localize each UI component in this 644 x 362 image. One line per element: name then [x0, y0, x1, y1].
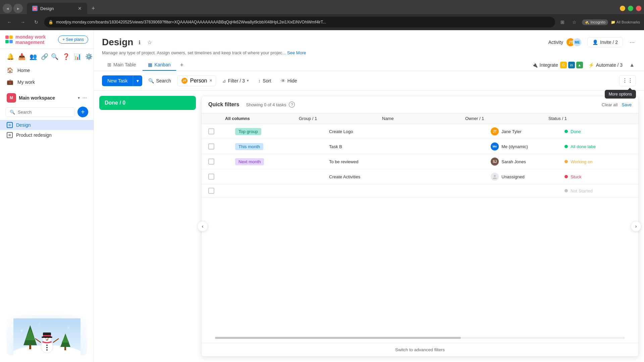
save-filter-button[interactable]: Save [622, 102, 632, 107]
clear-all-button[interactable]: Clear all [602, 102, 618, 107]
new-task-button[interactable]: New Task ▾ [102, 75, 142, 86]
integrate-button[interactable]: 🔌 Integrate G in ▲ [532, 62, 583, 68]
notifications-button[interactable]: 🔔 [5, 52, 15, 62]
person-filter[interactable]: JT Person ✕ [177, 75, 216, 86]
sidebar-snowman-scene: ❄ ❄ ❄ [0, 308, 94, 362]
quick-filter-title: Quick filters [208, 102, 239, 108]
person-avatar: JT [181, 77, 188, 84]
table-row[interactable]: Create Activities Unassigned Stuck [202, 169, 638, 184]
qf-owner-4: Unassigned [491, 173, 565, 181]
integrations-button[interactable]: 🔗 [40, 52, 50, 62]
board-header-right: Activity JT ME 👤 Invite / 2 ··· [548, 37, 636, 47]
qf-header-right: Clear all Save [602, 102, 632, 107]
row-checkbox-3[interactable] [208, 159, 214, 165]
row-checkbox-5[interactable] [208, 188, 214, 194]
prev-arrow-button[interactable]: ‹ [197, 221, 208, 232]
add-tab-button[interactable]: + [177, 60, 186, 70]
svg-point-20 [46, 345, 48, 346]
tab-main-table[interactable]: ⊞ Main Table [102, 59, 141, 71]
search-global-button[interactable]: 🔍 [50, 52, 60, 62]
maximize-button[interactable] [628, 6, 633, 11]
filter-icon: ⊿ [222, 78, 226, 83]
qf-name-1: Create Logo [329, 129, 491, 134]
minimize-button[interactable] [620, 6, 625, 11]
activity-button[interactable]: Activity JT ME [548, 38, 582, 47]
settings-button[interactable]: ⚙️ [84, 52, 94, 62]
main-table-icon: ⊞ [107, 62, 111, 67]
collapse-button[interactable]: ▲ [628, 61, 636, 69]
sidebar-item-product-redesign[interactable]: ⊞ Product redesign [0, 130, 94, 140]
search-button[interactable]: 🔍 Search [145, 76, 174, 85]
tab-kanban[interactable]: ▦ Kanban [143, 59, 176, 71]
sidebar-search-icon: 🔍 [10, 110, 15, 115]
sidebar-item-design[interactable]: ⊞ Design [0, 120, 94, 130]
sidebar-search-text: Search [18, 110, 32, 115]
automate-button[interactable]: ⚡ Automate / 3 [588, 62, 623, 68]
people-button[interactable]: 👥 [28, 52, 38, 62]
qf-name-4: Create Activities [329, 174, 491, 179]
row-checkbox-2[interactable] [208, 143, 214, 149]
qf-owner-1: JT Jane Tyler [491, 127, 565, 135]
svg-point-26 [494, 175, 496, 177]
bookmarks-label[interactable]: 📁 All Bookmarks [611, 20, 640, 24]
home-icon: 🏠 [7, 67, 13, 73]
status-text-5: Not Started [571, 188, 593, 193]
qf-scroll-thumb[interactable] [215, 337, 461, 339]
active-tab[interactable]: m Design ✕ [27, 3, 87, 14]
add-item-button[interactable]: + [77, 107, 88, 117]
star-button[interactable]: ☆ [570, 17, 579, 27]
hide-button[interactable]: 👁 Hide [277, 76, 301, 85]
sidebar-search-box[interactable]: 🔍 Search [5, 107, 75, 117]
row-checkbox-4[interactable] [208, 174, 214, 180]
row-checkbox-1[interactable] [208, 128, 214, 134]
owner-name-4: Unassigned [501, 174, 525, 179]
see-more-link[interactable]: See More [287, 50, 306, 55]
analytics-button[interactable]: 📊 [72, 52, 83, 62]
qf-scrollbar-area [202, 333, 638, 343]
close-tab-button[interactable]: ✕ [78, 6, 82, 11]
new-task-main-label[interactable]: New Task [102, 75, 133, 86]
sidebar-item-home[interactable]: 🏠 Home [0, 64, 94, 76]
table-row[interactable]: Not Started [202, 184, 638, 197]
table-row[interactable]: Top group Create Logo JT Jane Tyler Done [202, 124, 638, 139]
inbox-button[interactable]: 📥 [17, 52, 27, 62]
forward-nav-button[interactable]: → [17, 17, 28, 27]
board-info-button[interactable]: ℹ [137, 38, 142, 47]
forward-button[interactable]: ▸ [13, 4, 23, 13]
board-header: Design ℹ ☆ Activity JT ME 👤 Invite / 2 [94, 30, 644, 71]
board-icon-design: ⊞ [7, 122, 13, 128]
qf-table: Top group Create Logo JT Jane Tyler Done [202, 124, 638, 333]
automate-icon: ⚡ [588, 62, 594, 68]
board-description: Manage any type of project. Assign owner… [102, 50, 636, 55]
next-arrow-button[interactable]: › [631, 221, 641, 232]
qf-scrollbar[interactable] [215, 337, 625, 339]
sidebar-top: monday work management + See plans [0, 30, 94, 49]
new-tab-button[interactable]: + [89, 4, 98, 13]
see-plans-button[interactable]: + See plans [58, 36, 88, 44]
more-options-button[interactable]: ⋮⋮ [619, 75, 636, 86]
sidebar-item-mywork[interactable]: 💼 My work [0, 76, 94, 88]
help-button[interactable]: ❓ [61, 52, 71, 62]
board-more-button[interactable]: ··· [628, 38, 636, 47]
person-close-icon[interactable]: ✕ [209, 78, 212, 83]
group-badge-top: Top group [235, 128, 261, 135]
logo-dot-4 [9, 40, 13, 43]
hide-icon: 👁 [281, 78, 285, 83]
table-row[interactable]: Next month To be reviewed SJ Sarah Jones… [202, 154, 638, 169]
sort-button[interactable]: ↕ Sort [255, 76, 275, 85]
switch-filters-button[interactable]: Switch to advanced filters [395, 347, 444, 352]
extensions-button[interactable]: ⊞ [558, 17, 567, 27]
address-bar[interactable]: 🔒 moodjoy.monday.com/boards/1830420525/v… [44, 17, 555, 27]
new-task-dropdown-arrow[interactable]: ▾ [133, 75, 142, 86]
refresh-button[interactable]: ↻ [31, 17, 42, 27]
qf-help-icon[interactable]: ? [289, 102, 295, 108]
workspace-header[interactable]: M Main workspace ▾ ··· [0, 90, 94, 105]
back-button[interactable]: ◂ [3, 4, 12, 13]
back-nav-button[interactable]: ← [4, 17, 15, 27]
window-close-button[interactable] [636, 6, 641, 11]
board-star-button[interactable]: ☆ [146, 38, 153, 47]
table-row[interactable]: This month Task B Me Me (dynamic) All do… [202, 139, 638, 154]
filter-button[interactable]: ⊿ Filter / 3 ▾ [219, 76, 253, 85]
workspace-more-button[interactable]: ··· [83, 95, 87, 101]
invite-button[interactable]: 👤 Invite / 2 [587, 37, 623, 47]
